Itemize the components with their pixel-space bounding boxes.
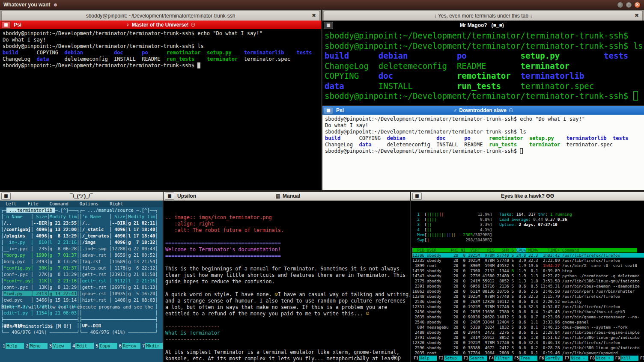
tab-left[interactable]: sboddy@pinpoint: ~/Development/terminato…: [1, 11, 320, 21]
terminal-line: ------------------: [165, 323, 408, 330]
terminal-line: entitled to a refund of the money you pa…: [165, 311, 408, 317]
fkey-button-menu[interactable]: 2Menu: [24, 343, 47, 349]
terminal-line: sboddy@pinpoint:~/Development/terminator…: [3, 62, 319, 69]
magoo-titlebar[interactable]: ▦ Mr Magoo? ¯(■_■)¯: [322, 21, 644, 30]
menu-item-right[interactable]: Right: [104, 201, 129, 207]
terminal-line: 884 messagebu 20 0 5328 2024 1032 S 0.6 …: [412, 325, 643, 330]
terminal-line: 2488 sboddy 20 0 29444 2472 2276 S 0.6 0…: [412, 330, 643, 335]
fkey-button-copy[interactable]: 5Copy: [94, 343, 117, 349]
terminal-line: Mem[|||||||||||| 2365/3029MB]: [412, 232, 643, 237]
smiley-icon: ☻: [53, 2, 58, 8]
group-label: Psi: [14, 22, 21, 28]
terminal-line: 2456 sboddy 20 0 203M 13696 7380 S 0.6 0…: [412, 309, 643, 315]
terminal-line: │/.. │--DIR│g 21 23:55││/.. │--DIR│g 21 …: [1, 220, 162, 226]
vim-statusline: 1,1 Top: [164, 355, 410, 361]
tab-left-label: sboddy@pinpoint: ~/Development/terminato…: [86, 13, 236, 19]
fkey-button-nice-[interactable]: F8Nice +: [588, 356, 614, 361]
mc-shell-prompt[interactable]: -ssh/terminatorlib$ [M 0!]: [0, 323, 163, 329]
slave-titlebar[interactable]: ▦ Psi ♂Downtrodden slave⚇: [322, 106, 644, 115]
fkey-button-help[interactable]: 1Help: [1, 343, 24, 349]
vim-titlebar[interactable]: ▦ Upsilon ▤Manual: [164, 192, 410, 201]
group-grid-icon[interactable]: ▦: [165, 193, 174, 200]
terminal-line: Do what I say!: [325, 122, 641, 129]
fkey-button-setup[interactable]: F2Setup: [437, 356, 462, 361]
terminal-line: :alt: The robot future of terminals.: [165, 227, 408, 234]
group-grid-icon[interactable]: ▦: [324, 22, 333, 29]
terminal-output[interactable]: sboddy@pinpoint:~/Development/terminator…: [322, 115, 644, 190]
terminal-line: a lot, but often in ways that make no se…: [165, 304, 408, 311]
minimize-button[interactable]: –: [617, 2, 623, 8]
tab-right[interactable]: ↓ Yes, even more terminals under this ta…: [324, 11, 643, 21]
terminal-line: Swp[| 298/3048MB]: [412, 237, 643, 243]
htop-function-keybar: F1HelpF2SetupF3SearchF4FilterF5TreeF6Sor…: [411, 355, 644, 362]
terminal-line: sboddy@pinpoint:~/Development/terminator…: [325, 91, 642, 101]
terminal-line: │/plugins │ 4096│g 8 13:29││/_tem~ates│ …: [1, 233, 162, 239]
terminal-line: ChangeLog data deletemeconfig INSTALL RE…: [3, 56, 319, 62]
vim-editor[interactable]: .. image:: imgs/icon_terminator.png :ali…: [164, 201, 410, 362]
terminal-line: :align: right: [165, 221, 408, 227]
fkey-button-help[interactable]: F1Help: [412, 356, 437, 361]
htop-output[interactable]: 1 [||||||| 12.9%] Tasks: 164, 317 thr; 1…: [412, 212, 643, 356]
fkey-button-tree[interactable]: F5Tree: [513, 356, 537, 361]
terminal-line: 12306 sboddy 20 0 1925M 978M 57740 S 24.…: [412, 253, 643, 258]
mc-titlebar[interactable]: ▦ ¯\_(ツ)_/¯: [0, 192, 163, 201]
menu-item-left[interactable]: Left: [0, 201, 22, 207]
pane-htop: ▦ Eyes like a hawk? ΘΘ 1 [||||||| 12.9%]…: [411, 192, 644, 362]
terminal-line: ------------------: [165, 336, 408, 343]
window-titlebar[interactable]: Whatever you want ☻ – ▢ ✕: [0, 0, 644, 9]
terminal-line: 3 [|| 3.3%] Uptime: 2 days, 07:27:10: [412, 222, 643, 227]
group-grid-icon[interactable]: ▦: [1, 21, 11, 29]
menu-item-options[interactable]: Options: [74, 201, 104, 207]
terminal-line: sboddy@pinpoint:~/Development/terminator…: [325, 148, 641, 154]
mc-screen[interactable]: LeftFileCommandOptionsRight ┌─ ...termin…: [0, 201, 163, 362]
vim-title: ▤Manual: [164, 193, 410, 199]
maximize-button[interactable]: ▢: [626, 2, 632, 8]
fkey-button-mkdir[interactable]: 7Mkdir: [140, 343, 163, 349]
tabbar-left: sboddy@pinpoint: ~/Development/terminato…: [0, 10, 321, 21]
terminal-line: 12320 sboddy 20 0 1925M 978M 57740 S 0.6…: [412, 340, 643, 345]
fkey-button-sortby[interactable]: F6SortBy: [537, 356, 563, 361]
terminal-line: │__in~.pyc │ 235│g 8 06:28││.ind~.swp │1…: [1, 246, 162, 252]
terminal-line: sboddy@pinpoint:~/Development/terminator…: [3, 43, 319, 50]
terminal-output[interactable]: sboddy@pinpoint:~/Development/terminator…: [322, 30, 644, 105]
terminal-line: │__in~.py │ 810│l 2 21:16││/imgs │ 4096│…: [1, 239, 162, 246]
mc-menubar: LeftFileCommandOptionsRight: [0, 201, 163, 207]
tab-close-icon[interactable]: ✖: [312, 12, 316, 18]
terminal-output[interactable]: sboddy@pinpoint:~/Development/terminator…: [0, 29, 321, 190]
menu-item-command[interactable]: Command: [44, 201, 74, 207]
terminal-line: 12351 sboddy 20 0 1925M 978M 57740 S 0.6…: [412, 304, 643, 309]
cursor-position: 1,1: [356, 355, 365, 361]
htop-titlebar[interactable]: ▦ Eyes like a hawk? ΘΘ: [411, 192, 644, 201]
group-grid-icon[interactable]: ▦: [1, 193, 11, 200]
htop-screen[interactable]: 1 [||||||| 12.9%] Tasks: 164, 317 thr; 1…: [411, 201, 644, 362]
terminal-line: │/configobj│ 4096│g 13 22:00││/_static │…: [1, 226, 162, 233]
terminal-line: │'n Name │ Size│Modify tim││'n Name │ Si…: [1, 214, 162, 220]
terminal-line: 12335 sboddy 20 0 1925M 978M 57740 S 3.9…: [412, 258, 643, 263]
mc-function-keybar: 1Help2Menu3View4Edit5Copy6Re~ov7Mkdir8De…: [0, 342, 163, 349]
fkey-button-view[interactable]: 3View: [48, 343, 71, 349]
fkey-button-kill[interactable]: F9Kill: [614, 356, 638, 361]
menu-item-file[interactable]: File: [22, 201, 44, 207]
fkey-button-edit[interactable]: 4Edit: [71, 343, 94, 349]
master-titlebar[interactable]: ▦ Psi ♀Master of the Universe!⚇: [0, 21, 321, 29]
robot-icon: ⚇: [509, 107, 513, 113]
terminal-line: │*cont~r.py│ 11K│l 2 21:16││gett~.rst │ …: [1, 278, 162, 284]
tab-close-icon[interactable]: ✖: [635, 12, 639, 18]
fkey-button-nice-[interactable]: F7Nice -: [563, 356, 588, 361]
mc-title: ¯\_(ツ)_/¯: [0, 193, 163, 200]
terminal-line: [165, 317, 408, 323]
terminal-line: 2791 sboddy 20 0 241M 55912 8852 S 0.6 1…: [412, 335, 643, 340]
fkey-button-quit[interactable]: F10Quit: [638, 356, 644, 361]
fkey-button-re-ov[interactable]: 6Re~ov: [117, 343, 140, 349]
vim-buffer[interactable]: .. image:: imgs/icon_terminator.png :ali…: [165, 214, 408, 362]
close-button[interactable]: ✕: [634, 2, 641, 8]
pane-master: ▦ Psi ♀Master of the Universe!⚇ sboddy@p…: [0, 21, 321, 190]
terminal-line: guide hopes to reduce the confusion.: [165, 279, 408, 285]
group-grid-icon[interactable]: ▦: [324, 107, 333, 114]
terminal-line: 14539 sboddy 20 0 7300 2132 1344 R 1.9 0…: [412, 268, 643, 273]
fkey-button-search[interactable]: F3Search: [462, 356, 487, 361]
group-grid-icon[interactable]: ▦: [412, 193, 422, 200]
fkey-button-filter[interactable]: F4Filter: [487, 356, 513, 361]
terminal-line: COPYING doc remotinator terminatorlib: [325, 71, 642, 81]
tabbar-right: ↓ Yes, even more terminals under this ta…: [322, 10, 644, 21]
